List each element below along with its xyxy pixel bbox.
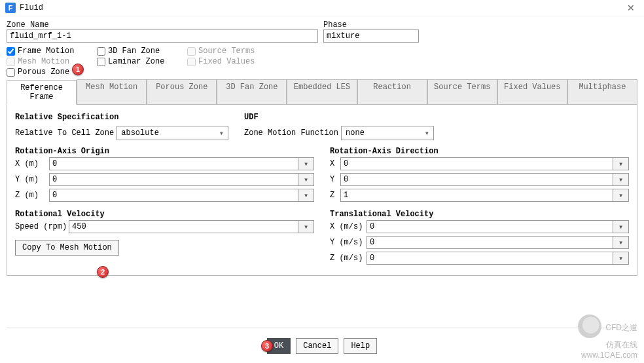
relative-to-cell-zone-dropdown[interactable]: absolute ▾ bbox=[116, 126, 228, 140]
window-title: Fluid bbox=[20, 3, 623, 12]
zone-name-input[interactable] bbox=[7, 29, 318, 43]
fixed-values-label: Fixed Values bbox=[198, 57, 255, 66]
tab-reference-frame[interactable]: Reference Frame bbox=[7, 80, 77, 105]
watermark: CFD之道 仿真在线 www.1CAE.com bbox=[578, 316, 637, 360]
speed-input[interactable] bbox=[69, 220, 298, 233]
relative-to-cell-zone-value: absolute bbox=[121, 128, 159, 138]
fixed-values-checkbox: Fixed Values bbox=[187, 57, 272, 66]
laminar-zone-label: Laminar Zone bbox=[108, 57, 164, 66]
cancel-button[interactable]: Cancel bbox=[296, 338, 338, 354]
tab-source-terms[interactable]: Source Terms bbox=[427, 79, 497, 104]
zone-motion-function-dropdown[interactable]: none ▾ bbox=[341, 126, 434, 140]
titlebar: F Fluid ✕ bbox=[0, 0, 644, 16]
laminar-zone-checkbox[interactable]: Laminar Zone bbox=[97, 57, 182, 66]
relative-spec-title: Relative Specification bbox=[15, 113, 228, 122]
tab-embedded-les[interactable]: Embedded LES bbox=[287, 79, 357, 104]
dir-x-label: X bbox=[330, 159, 340, 168]
tab-multiphase[interactable]: Multiphase bbox=[567, 79, 637, 104]
origin-z-input[interactable] bbox=[49, 189, 298, 202]
relative-to-cell-zone-label: Relative To Cell Zone bbox=[15, 128, 114, 138]
translational-velocity-title: Translational Velocity bbox=[330, 210, 629, 219]
source-terms-label: Source Terms bbox=[198, 47, 255, 56]
zone-name-label: Zone Name bbox=[7, 20, 318, 29]
watermark-line-1: CFD之道 bbox=[605, 322, 637, 333]
frame-motion-label: Frame Motion bbox=[18, 47, 74, 56]
trans-y-label: Y (m/s) bbox=[330, 238, 367, 247]
tab-porous-zone[interactable]: Porous Zone bbox=[147, 79, 217, 104]
tabs: Reference Frame Mesh Motion Porous Zone … bbox=[7, 79, 637, 105]
origin-z-label: Z (m) bbox=[15, 191, 49, 200]
reference-frame-pane: Relative Specification Relative To Cell … bbox=[7, 105, 637, 276]
mesh-motion-label: Mesh Motion bbox=[18, 57, 69, 66]
rotational-velocity-title: Rotational Velocity bbox=[15, 210, 314, 219]
dir-z-dropdown[interactable]: ▾ bbox=[613, 189, 629, 202]
speed-dropdown[interactable]: ▾ bbox=[298, 220, 314, 233]
tab-mesh-motion[interactable]: Mesh Motion bbox=[77, 79, 147, 104]
phase-input[interactable] bbox=[323, 29, 419, 43]
speed-label: Speed (rpm) bbox=[15, 222, 69, 231]
close-icon[interactable]: ✕ bbox=[623, 3, 639, 13]
separator bbox=[7, 328, 637, 328]
zone-motion-function-label: Zone Motion Function bbox=[244, 128, 338, 138]
annotation-badge-3: 3 bbox=[261, 340, 273, 352]
frame-motion-checkbox[interactable]: Frame Motion bbox=[7, 47, 92, 56]
porous-zone-label: Porous Zone bbox=[18, 67, 69, 77]
trans-x-input[interactable] bbox=[367, 220, 613, 233]
zone-motion-function-value: none bbox=[346, 128, 365, 138]
annotation-badge-2: 2 bbox=[97, 266, 109, 278]
origin-y-input[interactable] bbox=[49, 173, 298, 186]
copy-to-mesh-motion-button[interactable]: Copy To Mesh Motion bbox=[15, 240, 119, 256]
dir-z-input[interactable] bbox=[340, 189, 613, 202]
chevron-down-icon: ▾ bbox=[425, 128, 429, 138]
udf-title: UDF bbox=[244, 113, 434, 122]
watermark-line-3: www.1CAE.com bbox=[578, 350, 637, 360]
tab-fixed-values[interactable]: Fixed Values bbox=[497, 79, 567, 104]
trans-z-dropdown[interactable]: ▾ bbox=[613, 252, 629, 265]
source-terms-checkbox: Source Terms bbox=[187, 47, 272, 56]
trans-y-dropdown[interactable]: ▾ bbox=[613, 236, 629, 249]
3d-fan-zone-checkbox[interactable]: 3D Fan Zone bbox=[97, 47, 182, 56]
phase-label: Phase bbox=[323, 20, 637, 29]
tab-reaction[interactable]: Reaction bbox=[357, 79, 427, 104]
dir-y-input[interactable] bbox=[340, 173, 613, 186]
dir-y-label: Y bbox=[330, 175, 340, 184]
trans-x-label: X (m/s) bbox=[330, 222, 367, 231]
trans-x-dropdown[interactable]: ▾ bbox=[613, 220, 629, 233]
origin-x-label: X (m) bbox=[15, 159, 49, 168]
origin-x-input[interactable] bbox=[49, 157, 298, 170]
help-button[interactable]: Help bbox=[344, 338, 377, 354]
origin-x-dropdown[interactable]: ▾ bbox=[298, 157, 314, 170]
wechat-icon bbox=[578, 315, 601, 338]
app-icon: F bbox=[5, 3, 16, 13]
rotation-axis-direction-title: Rotation-Axis Direction bbox=[330, 147, 629, 156]
origin-y-label: Y (m) bbox=[15, 175, 49, 184]
rotation-axis-origin-title: Rotation-Axis Origin bbox=[15, 147, 314, 156]
trans-z-input[interactable] bbox=[367, 252, 613, 265]
trans-z-label: Z (m/s) bbox=[330, 254, 367, 263]
chevron-down-icon: ▾ bbox=[219, 128, 224, 138]
3d-fan-zone-label: 3D Fan Zone bbox=[108, 47, 160, 56]
annotation-badge-1: 1 bbox=[72, 64, 84, 75]
trans-y-input[interactable] bbox=[367, 236, 613, 249]
dir-y-dropdown[interactable]: ▾ bbox=[613, 173, 629, 186]
origin-y-dropdown[interactable]: ▾ bbox=[298, 173, 314, 186]
origin-z-dropdown[interactable]: ▾ bbox=[298, 189, 314, 202]
dir-x-input[interactable] bbox=[340, 157, 613, 170]
dir-z-label: Z bbox=[330, 191, 340, 200]
watermark-line-2: 仿真在线 bbox=[578, 339, 637, 350]
dir-x-dropdown[interactable]: ▾ bbox=[613, 157, 629, 170]
tab-3d-fan-zone[interactable]: 3D Fan Zone bbox=[217, 79, 287, 104]
footer-buttons: OK Cancel Help bbox=[0, 334, 644, 358]
